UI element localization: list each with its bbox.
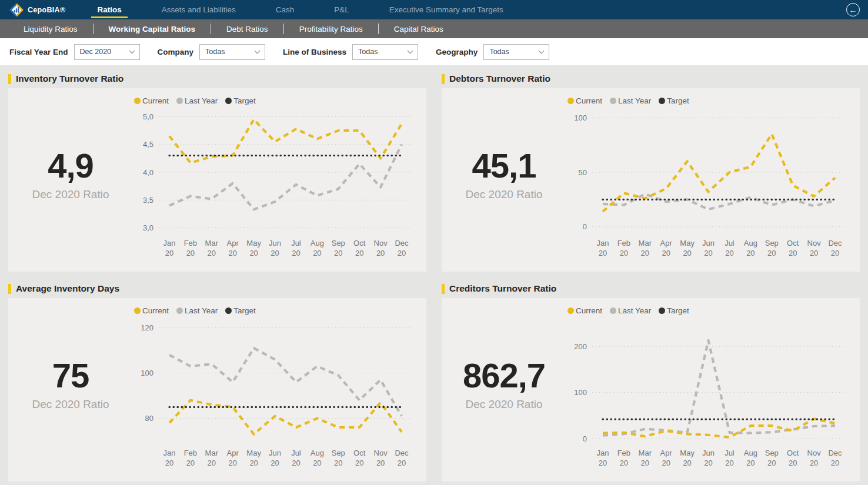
svg-text:Mar: Mar <box>639 239 652 247</box>
line-chart-creditors-turnover-ratio[interactable]: 0100200Jan20Feb20Mar20Apr20May20Jun20Jul… <box>566 317 856 474</box>
svg-text:20: 20 <box>746 459 755 467</box>
svg-text:20: 20 <box>271 249 279 257</box>
svg-text:Jan: Jan <box>163 239 175 247</box>
svg-text:4,0: 4,0 <box>143 168 153 177</box>
legend-item-last-year[interactable]: Last Year <box>610 96 651 105</box>
svg-text:Nov: Nov <box>374 449 388 457</box>
svg-text:Jan: Jan <box>163 449 175 457</box>
svg-text:20: 20 <box>767 249 776 257</box>
svg-text:20: 20 <box>271 459 279 467</box>
svg-text:Feb: Feb <box>184 449 197 457</box>
nav-tab-executive-summary-and-targets[interactable]: Executive Summary and Targets <box>369 0 523 19</box>
kpi-value: 45,1 <box>472 147 536 185</box>
series-line-current <box>169 400 402 434</box>
svg-text:100: 100 <box>141 369 153 377</box>
legend-label: Target <box>233 306 256 315</box>
svg-text:Jun: Jun <box>702 449 715 457</box>
svg-text:Aug: Aug <box>744 239 757 247</box>
legend-dot-icon <box>134 98 141 104</box>
svg-text:Aug: Aug <box>744 449 757 457</box>
svg-text:Jun: Jun <box>702 239 715 247</box>
nav-tab-ratios[interactable]: Ratios <box>77 0 141 19</box>
svg-text:Aug: Aug <box>311 239 324 247</box>
svg-text:3,0: 3,0 <box>143 223 153 232</box>
svg-text:Sep: Sep <box>765 239 779 247</box>
svg-text:Oct: Oct <box>787 449 799 457</box>
legend-item-current[interactable]: Current <box>567 306 602 315</box>
panel-title-text: Debtors Turnover Ratio <box>449 73 550 84</box>
line-chart-debtors-turnover-ratio[interactable]: 050100Jan20Feb20Mar20Apr20May20Jun20Jul2… <box>566 108 856 264</box>
svg-text:20: 20 <box>725 459 733 467</box>
svg-text:May: May <box>680 239 695 247</box>
sub-nav-bar: Liquidity RatiosWorking Capital RatiosDe… <box>0 19 868 38</box>
chart-area: CurrentLast YearTarget0100200Jan20Feb20M… <box>566 298 860 481</box>
subnav-tab-debt-ratios[interactable]: Debt Ratios <box>211 25 283 34</box>
svg-text:Sep: Sep <box>332 239 345 247</box>
legend-item-target[interactable]: Target <box>659 306 689 315</box>
subnav-tab-capital-ratios[interactable]: Capital Ratios <box>379 25 459 34</box>
svg-text:20: 20 <box>746 249 755 257</box>
svg-text:20: 20 <box>810 249 818 257</box>
svg-text:Jun: Jun <box>269 449 281 457</box>
kpi-block: 75Dec 2020 Ratio <box>8 298 133 481</box>
series-line-last-year <box>169 145 402 210</box>
panel-creditors-turnover-ratio: Creditors Turnover Ratio862,7Dec 2020 Ra… <box>442 279 860 481</box>
legend-item-last-year[interactable]: Last Year <box>610 306 651 315</box>
nav-tab-assets-and-liabilities[interactable]: Assets and Liabilities <box>142 0 256 19</box>
svg-text:0: 0 <box>583 222 587 231</box>
panel-title: Debtors Turnover Ratio <box>442 72 860 85</box>
svg-text:80: 80 <box>145 414 153 423</box>
svg-text:20: 20 <box>334 249 342 257</box>
legend-item-current[interactable]: Current <box>567 96 602 105</box>
filter-label: Line of Business <box>283 48 346 56</box>
svg-text:20: 20 <box>641 459 649 467</box>
panels-grid: Inventory Turnover Ratio4,9Dec 2020 Rati… <box>8 69 860 481</box>
svg-text:120: 120 <box>141 323 153 332</box>
svg-text:Sep: Sep <box>765 449 779 457</box>
subnav-tab-liquidity-ratios[interactable]: Liquidity Ratios <box>8 25 93 34</box>
back-arrow-button[interactable]: ← <box>846 3 860 16</box>
svg-text:20: 20 <box>165 459 173 467</box>
svg-text:20: 20 <box>313 459 321 467</box>
legend-item-target[interactable]: Target <box>659 96 689 105</box>
legend-label: Target <box>667 306 689 315</box>
filter-dropdown-geography[interactable]: Todas <box>483 44 549 60</box>
kpi-block: 862,7Dec 2020 Ratio <box>442 298 566 481</box>
panel-title-text: Creditors Turnover Ratio <box>449 283 556 294</box>
title-accent-bar <box>442 284 445 294</box>
svg-text:20: 20 <box>208 459 216 467</box>
line-chart-average-inventory-days[interactable]: 80100120Jan20Feb20Mar20Apr20May20Jun20Ju… <box>133 317 423 474</box>
filter-dropdown-fiscal-year-end[interactable]: Dec 2020 <box>74 44 140 60</box>
brand-name: CepoBIA® <box>28 6 65 14</box>
svg-text:20: 20 <box>831 249 839 257</box>
nav-tab-cash[interactable]: Cash <box>256 0 315 19</box>
legend-label: Last Year <box>618 306 651 315</box>
subnav-divider <box>378 24 379 34</box>
legend-item-last-year[interactable]: Last Year <box>176 96 218 105</box>
legend-item-last-year[interactable]: Last Year <box>176 306 218 315</box>
brand-logo: CepoBIA® <box>0 3 77 17</box>
kpi-label: Dec 2020 Ratio <box>466 188 543 201</box>
legend-label: Current <box>576 306 602 315</box>
filter-dropdown-company[interactable]: Todas <box>199 44 265 60</box>
legend-item-target[interactable]: Target <box>225 96 256 105</box>
series-line-current <box>603 419 835 437</box>
legend-item-current[interactable]: Current <box>134 306 169 315</box>
svg-text:20: 20 <box>620 249 628 257</box>
top-nav-bar: CepoBIA® RatiosAssets and LiabilitiesCas… <box>0 0 868 19</box>
subnav-tab-working-capital-ratios[interactable]: Working Capital Ratios <box>94 25 211 34</box>
subnav-tab-profitability-ratios[interactable]: Profitability Ratios <box>284 25 378 34</box>
legend-label: Current <box>142 96 169 105</box>
legend-item-current[interactable]: Current <box>134 96 169 105</box>
nav-tab-p-l[interactable]: P&L <box>314 0 369 19</box>
chart-card: 4,9Dec 2020 RatioCurrentLast YearTarget3… <box>8 88 426 272</box>
svg-text:Mar: Mar <box>205 449 219 457</box>
svg-text:Sep: Sep <box>332 449 345 457</box>
line-chart-inventory-turnover-ratio[interactable]: 3,03,54,04,55,0Jan20Feb20Mar20Apr20May20… <box>133 108 423 264</box>
filter-company: CompanyTodas <box>158 44 266 60</box>
kpi-value: 862,7 <box>463 357 545 394</box>
svg-text:Mar: Mar <box>205 239 219 247</box>
panel-average-inventory-days: Average Inventory Days75Dec 2020 RatioCu… <box>8 279 426 481</box>
legend-item-target[interactable]: Target <box>225 306 256 315</box>
filter-dropdown-line-of-business[interactable]: Todas <box>352 44 418 60</box>
